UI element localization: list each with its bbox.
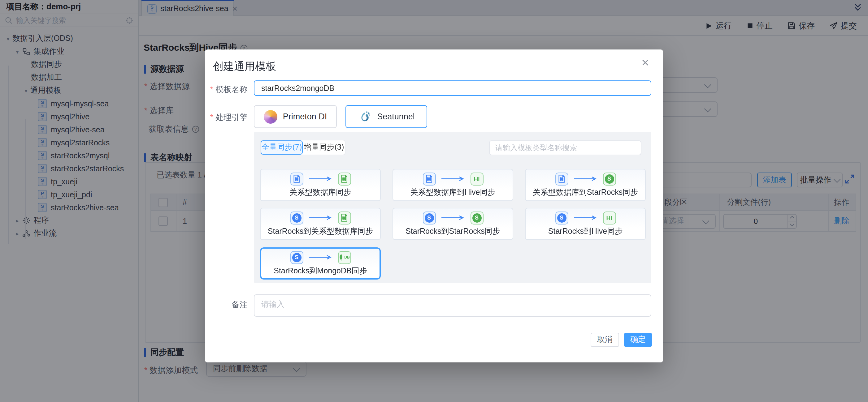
cancel-button[interactable]: 取消 xyxy=(591,333,619,347)
app-root: 项目名称：demo-prj 输入关键字搜索 数据引入层(ODS) 集成作业 数据… xyxy=(0,0,868,402)
remark-textarea[interactable] xyxy=(254,294,651,317)
arrow-right-icon xyxy=(440,176,465,181)
rdb-icon xyxy=(338,172,351,185)
engine-primeton-di[interactable]: Primeton DI xyxy=(254,105,337,128)
template-search-input[interactable] xyxy=(489,140,642,155)
create-template-modal: 创建通用模板 ✕ 模板名称 处理引擎 Primeton DI Seatunnel… xyxy=(205,49,663,362)
card-starrocks-to-hive[interactable]: StarRocks到Hive同步 xyxy=(525,208,646,240)
remark-label: 备注 xyxy=(205,299,248,310)
primeton-logo-icon xyxy=(264,110,277,123)
rdb-icon xyxy=(555,172,568,185)
starrocks-icon xyxy=(290,251,303,264)
seatunnel-logo-icon xyxy=(358,110,371,123)
card-starrocks-to-rdb[interactable]: StarRocks到关系型数据库同步 xyxy=(260,208,381,240)
card-rdb-sync[interactable]: 关系型数据库同步 xyxy=(260,169,381,201)
arrow-right-icon xyxy=(573,215,598,220)
template-name-label: 模板名称 xyxy=(205,84,248,95)
rdb-icon xyxy=(338,211,351,224)
hive-icon xyxy=(603,211,616,224)
template-panel: 全量同步(7) 增量同步(3) 关系型数据库同步 关系型数据库到Hive同 xyxy=(254,132,651,283)
sync-mode-tabs: 全量同步(7) 增量同步(3) xyxy=(260,140,345,155)
rdb-icon xyxy=(423,172,436,185)
arrow-right-icon xyxy=(308,215,333,220)
starrocks-icon xyxy=(290,211,303,224)
card-rdb-to-hive[interactable]: 关系型数据库到Hive同步 xyxy=(393,169,513,201)
hive-icon xyxy=(470,172,483,185)
template-name-input[interactable] xyxy=(254,80,651,96)
starrocks-icon xyxy=(603,172,616,185)
tab-full-sync[interactable]: 全量同步(7) xyxy=(261,140,303,155)
rdb-icon xyxy=(290,172,303,185)
arrow-right-icon xyxy=(440,215,465,220)
card-rdb-to-starrocks[interactable]: 关系型数据库到StarRocks同步 xyxy=(525,169,646,201)
mongodb-icon xyxy=(338,251,351,264)
engine-seatunnel[interactable]: Seatunnel xyxy=(345,105,427,128)
card-starrocks-to-starrocks[interactable]: StarRocks到StarRocks同步 xyxy=(393,208,513,240)
tab-incremental-sync[interactable]: 增量同步(3) xyxy=(303,140,345,155)
arrow-right-icon xyxy=(308,255,333,260)
modal-title: 创建通用模板 xyxy=(213,59,276,74)
starrocks-icon xyxy=(470,211,483,224)
arrow-right-icon xyxy=(308,176,333,181)
starrocks-icon xyxy=(423,211,436,224)
close-icon[interactable]: ✕ xyxy=(641,57,649,69)
ok-button[interactable]: 确定 xyxy=(624,333,652,347)
arrow-right-icon xyxy=(573,176,598,181)
engine-label: 处理引擎 xyxy=(205,112,248,123)
starrocks-icon xyxy=(555,211,568,224)
card-starrocks-to-mongodb[interactable]: StarRocks到MongoDB同步 xyxy=(260,247,381,279)
